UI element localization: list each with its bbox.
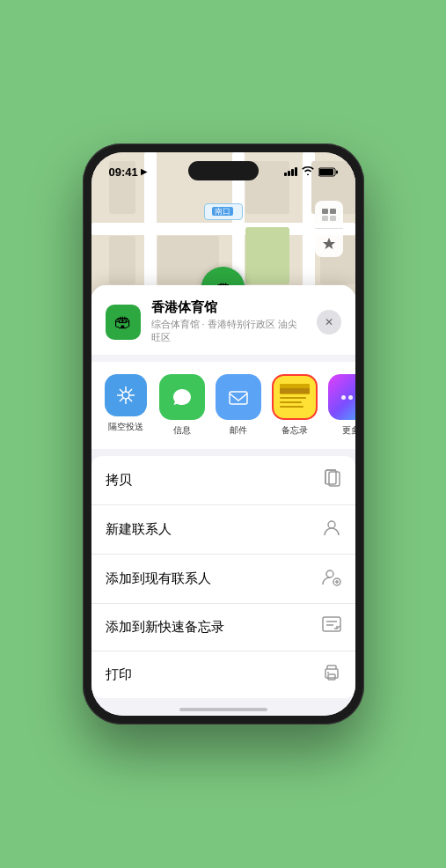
location-center-button[interactable] (315, 229, 343, 257)
notes-icon (272, 374, 318, 420)
bottom-sheet: 🏟 香港体育馆 综合体育馆 · 香港特别行政区 油尖旺区 ✕ (91, 285, 355, 716)
svg-rect-1 (319, 169, 333, 175)
action-list: 拷贝 新建联系人 (91, 456, 355, 698)
copy-icon (324, 468, 341, 492)
signal-icon (284, 167, 297, 176)
phone-frame: 09:41 ▶ (83, 143, 364, 725)
dynamic-island (188, 161, 259, 180)
svg-point-7 (122, 392, 129, 399)
action-new-contact-label: 新建联系人 (106, 521, 172, 538)
time-label: 09:41 (109, 166, 138, 179)
share-item-message[interactable]: 信息 (157, 374, 208, 437)
battery-icon (318, 167, 338, 177)
notes-label: 备忘录 (281, 424, 308, 437)
svg-rect-6 (330, 216, 336, 221)
svg-rect-2 (336, 170, 338, 173)
share-item-airdrop[interactable]: 隔空投送 (100, 374, 151, 437)
mail-label: 邮件 (230, 424, 247, 437)
airdrop-icon (105, 374, 147, 416)
venue-icon: 🏟 (106, 305, 141, 340)
share-item-notes[interactable]: 备忘录 (269, 374, 320, 437)
svg-rect-15 (325, 669, 338, 678)
action-quick-note-label: 添加到新快速备忘录 (106, 619, 224, 636)
action-print[interactable]: 打印 (91, 651, 355, 698)
quick-note-icon (322, 616, 341, 638)
more-label: 更多 (342, 424, 355, 437)
svg-rect-4 (330, 209, 336, 214)
svg-rect-16 (328, 674, 335, 680)
svg-point-17 (327, 672, 329, 673)
svg-point-12 (326, 570, 333, 577)
map-view-toggle[interactable] (315, 201, 343, 229)
share-row: 隔空投送 信息 (91, 362, 355, 449)
action-add-contact[interactable]: 添加到现有联系人 (91, 555, 355, 604)
svg-rect-5 (322, 216, 328, 221)
more-icon (328, 374, 355, 420)
action-add-contact-label: 添加到现有联系人 (106, 570, 211, 587)
venue-header: 🏟 香港体育馆 综合体育馆 · 香港特别行政区 油尖旺区 ✕ (91, 285, 355, 355)
status-time: 09:41 ▶ (109, 166, 147, 179)
venue-subtitle: 综合体育馆 · 香港特别行政区 油尖旺区 (151, 318, 306, 344)
new-contact-icon (322, 518, 341, 541)
svg-rect-3 (322, 209, 328, 214)
action-copy[interactable]: 拷贝 (91, 456, 355, 505)
venue-info: 香港体育馆 综合体育馆 · 香港特别行政区 油尖旺区 (151, 299, 306, 344)
svg-rect-8 (230, 392, 247, 404)
share-item-mail[interactable]: 邮件 (213, 374, 264, 437)
mail-icon (216, 374, 261, 420)
location-arrow-icon: ▶ (141, 167, 147, 176)
action-new-contact[interactable]: 新建联系人 (91, 505, 355, 555)
action-quick-note[interactable]: 添加到新快速备忘录 (91, 604, 355, 651)
map-controls (315, 201, 343, 257)
status-right-icons (284, 166, 338, 178)
print-icon (322, 664, 341, 686)
airdrop-label: 隔空投送 (108, 421, 143, 433)
venue-name: 香港体育馆 (151, 299, 306, 316)
wifi-icon (302, 166, 314, 178)
svg-point-11 (328, 521, 335, 528)
close-button[interactable]: ✕ (317, 310, 341, 335)
action-copy-label: 拷贝 (106, 472, 132, 489)
action-print-label: 打印 (106, 666, 132, 683)
phone-screen: 09:41 ▶ (91, 152, 355, 716)
map-location-label: 南口 (204, 203, 243, 220)
home-indicator (179, 708, 267, 711)
message-icon (159, 374, 205, 420)
message-label: 信息 (173, 424, 191, 437)
add-contact-icon (322, 567, 341, 591)
share-item-more[interactable]: 更多 (325, 374, 355, 437)
svg-rect-14 (323, 617, 340, 631)
